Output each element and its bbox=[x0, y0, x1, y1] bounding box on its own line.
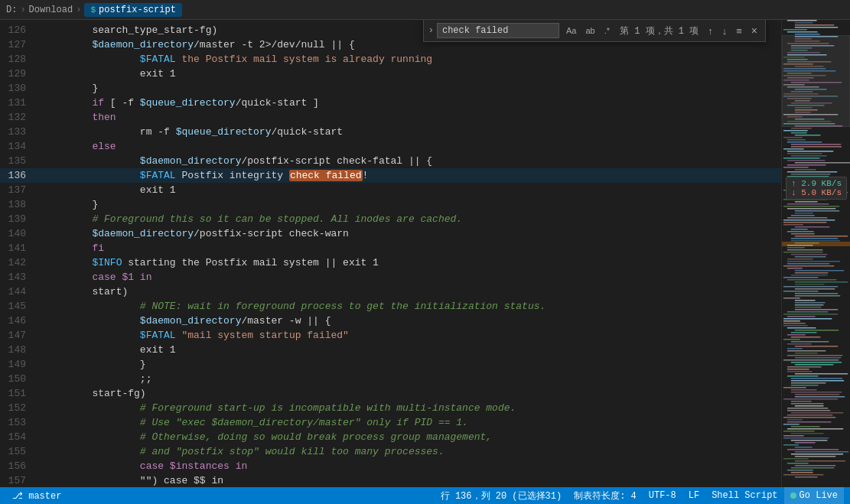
line-number: 143 bbox=[0, 270, 38, 285]
main-area: › Aa ab .* 第 1 项，共 1 项 ↑ ↓ ≡ × 126 searc… bbox=[0, 20, 850, 487]
find-prev-button[interactable]: ↑ bbox=[705, 24, 716, 38]
status-line-ending[interactable]: LF bbox=[682, 487, 705, 504]
line-number: 150 bbox=[0, 372, 38, 386]
line-number: 144 bbox=[0, 285, 38, 299]
line-number: 130 bbox=[0, 81, 38, 96]
line-content: $FATAL the Postfix mail system is alread… bbox=[38, 52, 781, 67]
line-number: 129 bbox=[0, 67, 38, 81]
table-row: 139 # Foreground this so it can be stopp… bbox=[0, 212, 781, 226]
table-row: 157 "") case $$ in bbox=[0, 473, 781, 487]
line-number: 142 bbox=[0, 255, 38, 270]
line-number: 153 bbox=[0, 415, 38, 430]
line-number: 154 bbox=[0, 430, 38, 444]
find-next-button[interactable]: ↓ bbox=[719, 24, 731, 38]
line-content: $FATAL "mail system startup failed" bbox=[38, 328, 781, 343]
find-options: Aa ab .* bbox=[562, 24, 614, 37]
minimap: ↑ 2.9 KB/s ↓ 5.0 KB/s bbox=[781, 20, 850, 487]
status-tab-size[interactable]: 制表符长度: 4 bbox=[568, 487, 643, 504]
find-close-button[interactable]: × bbox=[748, 23, 760, 38]
terminal-icon: $ bbox=[90, 5, 96, 15]
table-row: 142 $INFO starting the Postfix mail syst… bbox=[0, 255, 781, 270]
line-number: 135 bbox=[0, 154, 38, 168]
line-content: rm -f $queue_directory/quick-start bbox=[38, 125, 781, 139]
whole-word-button[interactable]: ab bbox=[581, 24, 598, 37]
status-git[interactable]: ⎇ master bbox=[6, 487, 67, 504]
status-position[interactable]: 行 136，列 20 (已选择31) bbox=[435, 487, 568, 504]
breadcrumb-drive[interactable]: D: bbox=[6, 5, 17, 15]
line-number: 132 bbox=[0, 110, 38, 125]
line-content: # NOTE: wait in foreground process to ge… bbox=[38, 299, 781, 314]
line-number: 157 bbox=[0, 473, 38, 487]
minimap-slider[interactable] bbox=[782, 35, 850, 127]
table-row: 141 fi bbox=[0, 241, 781, 255]
table-row: 140 $daemon_directory/postfix-script che… bbox=[0, 226, 781, 241]
line-number: 131 bbox=[0, 96, 38, 110]
line-number: 141 bbox=[0, 241, 38, 255]
line-number: 155 bbox=[0, 444, 38, 459]
line-content: case $1 in bbox=[38, 270, 781, 285]
line-content: fi bbox=[38, 241, 781, 255]
line-number: 133 bbox=[0, 125, 38, 139]
table-row: 154 # Otherwise, doing so would break pr… bbox=[0, 430, 781, 444]
find-result-count: 第 1 项，共 1 项 bbox=[617, 24, 702, 37]
table-row: 133 rm -f $queue_directory/quick-start bbox=[0, 125, 781, 139]
line-content: # and "postfix stop" would kill too many… bbox=[38, 444, 781, 459]
find-widget: › Aa ab .* 第 1 项，共 1 项 ↑ ↓ ≡ × bbox=[423, 20, 766, 42]
find-input[interactable] bbox=[437, 23, 559, 38]
table-row: 135 $daemon_directory/postfix-script che… bbox=[0, 154, 781, 168]
breadcrumb-folder[interactable]: Download bbox=[29, 5, 73, 15]
line-content: # Otherwise, doing so would break proces… bbox=[38, 430, 781, 444]
title-bar: D: › Download › $ postfix-script bbox=[0, 0, 850, 20]
line-number: 128 bbox=[0, 52, 38, 67]
line-content: if [ -f $queue_directory/quick-start ] bbox=[38, 96, 781, 110]
go-live-label: Go Live bbox=[800, 490, 838, 501]
network-up: ↑ 2.9 KB/s bbox=[791, 179, 842, 188]
table-row: 143 case $1 in bbox=[0, 270, 781, 285]
table-row: 153 # Use "exec $daemon_directory/master… bbox=[0, 415, 781, 430]
table-row: 145 # NOTE: wait in foreground process t… bbox=[0, 299, 781, 314]
table-row: 148 exit 1 bbox=[0, 343, 781, 357]
line-content: start-fg) bbox=[38, 386, 781, 401]
table-row: 151 start-fg) bbox=[0, 386, 781, 401]
line-content: else bbox=[38, 139, 781, 154]
status-language[interactable]: Shell Script bbox=[705, 487, 783, 504]
table-row: 149 } bbox=[0, 357, 781, 372]
line-content: # Use "exec $daemon_directory/master" on… bbox=[38, 415, 781, 430]
find-toggle-button[interactable]: ≡ bbox=[733, 24, 745, 38]
table-row: 150 ;; bbox=[0, 372, 781, 386]
go-live-button[interactable]: Go Live bbox=[784, 487, 844, 504]
table-row: 128 $FATAL the Postfix mail system is al… bbox=[0, 52, 781, 67]
line-number: 149 bbox=[0, 357, 38, 372]
line-content: $FATAL Postfix integrity check failed! bbox=[38, 168, 781, 183]
line-number: 152 bbox=[0, 401, 38, 415]
network-badge: ↑ 2.9 KB/s ↓ 5.0 KB/s bbox=[786, 177, 847, 200]
line-number: 147 bbox=[0, 328, 38, 343]
line-content: $INFO starting the Postfix mail system |… bbox=[38, 255, 781, 270]
table-row: 152 # Foreground start-up is incompatibl… bbox=[0, 401, 781, 415]
line-content: # Foreground start-up is incompatible wi… bbox=[38, 401, 781, 415]
line-number: 134 bbox=[0, 139, 38, 154]
active-file-tab[interactable]: $ postfix-script bbox=[84, 3, 181, 17]
line-number: 137 bbox=[0, 183, 38, 197]
network-down: ↓ 5.0 KB/s bbox=[791, 188, 842, 197]
regex-button[interactable]: .* bbox=[601, 24, 614, 37]
match-case-button[interactable]: Aa bbox=[562, 24, 580, 37]
line-content: } bbox=[38, 357, 781, 372]
line-content: exit 1 bbox=[38, 183, 781, 197]
line-number: 146 bbox=[0, 314, 38, 328]
status-encoding[interactable]: UTF-8 bbox=[643, 487, 682, 504]
code-container[interactable]: 126 search_type_start-fg)127 $daemon_dir… bbox=[0, 20, 781, 487]
line-number: 126 bbox=[0, 23, 38, 37]
table-row: 136 $FATAL Postfix integrity check faile… bbox=[0, 168, 781, 183]
line-content: $daemon_directory/postfix-script check-f… bbox=[38, 154, 781, 168]
table-row: 129 exit 1 bbox=[0, 67, 781, 81]
line-content: } bbox=[38, 197, 781, 212]
line-content: $daemon_directory/master -w || { bbox=[38, 314, 781, 328]
table-row: 155 # and "postfix stop" would kill too … bbox=[0, 444, 781, 459]
line-content: } bbox=[38, 81, 781, 96]
line-number: 151 bbox=[0, 386, 38, 401]
table-row: 156 case $instances in bbox=[0, 459, 781, 473]
line-number: 127 bbox=[0, 37, 38, 52]
line-number: 148 bbox=[0, 343, 38, 357]
status-bar: ⎇ master 行 136，列 20 (已选择31) 制表符长度: 4 UTF… bbox=[0, 487, 850, 504]
